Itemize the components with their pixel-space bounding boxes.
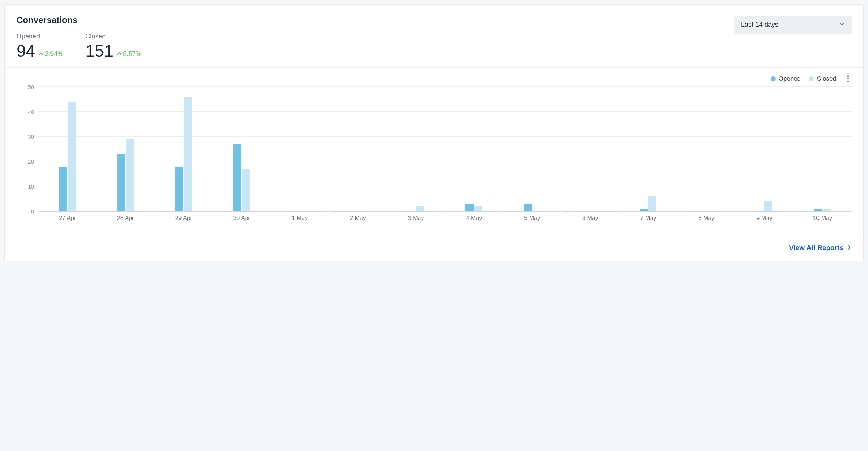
card-header: Conversations Opened 94 2.94% xyxy=(5,5,863,68)
y-tick: 0 xyxy=(16,208,34,215)
x-tick-label: 28 Apr xyxy=(97,215,155,221)
metric-opened-delta: 2.94% xyxy=(38,50,63,58)
bar-group xyxy=(233,144,250,211)
bar-closed[interactable] xyxy=(184,97,192,211)
metric-opened-row: 94 2.94% xyxy=(16,42,63,59)
x-tick-label: 29 Apr xyxy=(154,215,213,221)
bar-closed[interactable] xyxy=(68,102,76,211)
legend-item-opened[interactable]: Opened xyxy=(771,75,801,82)
metric-closed-delta-value: 8.57% xyxy=(123,50,142,58)
bar-opened[interactable] xyxy=(175,167,183,211)
x-tick-label: 30 Apr xyxy=(213,215,271,221)
y-axis: 01020304050 xyxy=(16,87,34,211)
bar-opened[interactable] xyxy=(117,154,125,211)
x-tick-label: 27 Apr xyxy=(38,215,97,221)
metric-closed-row: 151 8.57% xyxy=(85,42,142,59)
chevron-down-icon xyxy=(839,21,845,29)
metric-closed-delta: 8.57% xyxy=(116,50,142,58)
card-footer: View All Reports xyxy=(5,235,863,261)
chart-category xyxy=(329,87,387,211)
chart-category xyxy=(561,87,619,211)
y-tick: 40 xyxy=(16,109,34,115)
bar-group xyxy=(117,139,134,211)
chart-category xyxy=(38,87,97,211)
card-title: Conversations xyxy=(16,15,142,25)
y-tick: 30 xyxy=(16,134,34,140)
chart-area: Opened Closed 01020304050 27 Apr28 Apr29… xyxy=(5,68,863,235)
metric-opened: Opened 94 2.94% xyxy=(16,33,63,59)
x-tick-label: 9 May xyxy=(736,215,794,221)
x-tick-label: 2 May xyxy=(329,215,387,221)
bar-opened[interactable] xyxy=(59,167,67,211)
x-tick-label: 3 May xyxy=(387,215,445,221)
bar-opened[interactable] xyxy=(233,144,241,211)
x-tick-label: 10 May xyxy=(793,215,852,221)
metric-opened-label: Opened xyxy=(16,33,63,40)
x-tick-label: 5 May xyxy=(503,215,561,221)
chevron-right-icon xyxy=(846,244,852,252)
x-tick-label: 8 May xyxy=(677,215,736,221)
chart-category xyxy=(387,87,445,211)
chart-category xyxy=(793,87,852,211)
legend-row: Opened Closed xyxy=(16,74,852,83)
bar-closed[interactable] xyxy=(764,201,772,211)
bar-group xyxy=(524,204,540,211)
bar-group xyxy=(814,209,831,211)
bar-group xyxy=(640,196,656,211)
chart-plot: 01020304050 27 Apr28 Apr29 Apr30 Apr1 Ma… xyxy=(16,87,852,226)
chart-category xyxy=(154,87,213,211)
bar-closed[interactable] xyxy=(823,209,831,211)
trend-up-icon xyxy=(116,51,122,57)
metric-closed: Closed 151 8.57% xyxy=(85,33,142,59)
bar-opened[interactable] xyxy=(524,204,532,211)
bar-closed[interactable] xyxy=(416,206,424,211)
x-tick-label: 1 May xyxy=(271,215,329,221)
chart-category xyxy=(97,87,155,211)
trend-up-icon xyxy=(38,51,44,57)
x-axis-baseline xyxy=(38,211,852,212)
chart-category xyxy=(619,87,677,211)
chart-category xyxy=(213,87,271,211)
x-tick-label: 7 May xyxy=(619,215,677,221)
y-tick: 20 xyxy=(16,159,34,165)
x-axis-labels: 27 Apr28 Apr29 Apr30 Apr1 May2 May3 May4… xyxy=(38,215,852,221)
x-tick-label: 6 May xyxy=(561,215,619,221)
header-left: Conversations Opened 94 2.94% xyxy=(16,15,142,59)
y-tick: 50 xyxy=(16,84,34,90)
legend-swatch-opened xyxy=(771,76,776,81)
chart-category xyxy=(271,87,329,211)
chart-category xyxy=(677,87,736,211)
bar-group xyxy=(465,204,482,211)
legend-swatch-closed xyxy=(809,76,814,81)
y-tick: 10 xyxy=(16,183,34,190)
bar-opened[interactable] xyxy=(465,204,474,211)
chart-category xyxy=(503,87,561,211)
metrics-row: Opened 94 2.94% Closed 151 xyxy=(16,33,142,59)
chart-menu-button[interactable] xyxy=(844,74,852,83)
bar-group xyxy=(756,201,772,211)
chart-category xyxy=(736,87,794,211)
bar-closed[interactable] xyxy=(648,196,656,211)
bar-closed[interactable] xyxy=(474,206,482,211)
metric-closed-value: 151 xyxy=(85,42,113,59)
view-all-reports-link[interactable]: View All Reports xyxy=(789,244,852,252)
bar-group xyxy=(407,206,424,211)
metric-closed-label: Closed xyxy=(85,33,142,40)
bars-row xyxy=(38,87,852,211)
date-range-label: Last 14 days xyxy=(741,21,778,29)
bar-closed[interactable] xyxy=(126,139,134,211)
date-range-select[interactable]: Last 14 days xyxy=(734,16,852,34)
bar-closed[interactable] xyxy=(242,169,250,211)
chart-category xyxy=(445,87,503,211)
bar-opened[interactable] xyxy=(640,209,648,211)
bar-opened[interactable] xyxy=(814,209,822,211)
legend-label-opened: Opened xyxy=(779,75,801,82)
bar-group xyxy=(175,97,192,211)
metric-opened-value: 94 xyxy=(16,42,35,59)
conversations-card: Conversations Opened 94 2.94% xyxy=(4,4,864,261)
legend-label-closed: Closed xyxy=(817,75,836,82)
metric-opened-delta-value: 2.94% xyxy=(45,50,63,58)
view-all-reports-label: View All Reports xyxy=(789,244,843,252)
legend-item-closed[interactable]: Closed xyxy=(809,75,836,82)
bar-group xyxy=(59,102,76,211)
